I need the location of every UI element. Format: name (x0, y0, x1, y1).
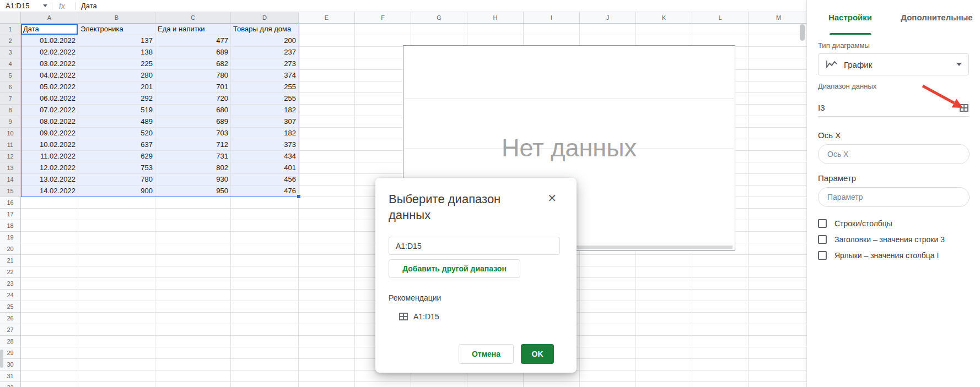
cell-K1[interactable] (636, 24, 692, 35)
cell-D5[interactable]: 374 (231, 70, 299, 81)
cell-A13[interactable]: 12.02.2022 (21, 162, 78, 174)
name-box-caret-icon[interactable] (43, 4, 47, 7)
parameter-input[interactable] (818, 187, 970, 207)
column-header-F[interactable]: F (355, 12, 411, 24)
cell-B30[interactable] (78, 359, 155, 370)
cell-J22[interactable] (580, 266, 636, 278)
cell-D24[interactable] (231, 290, 299, 301)
row-header-7[interactable]: 7 (0, 93, 21, 105)
cell-B20[interactable] (78, 243, 155, 255)
cell-E25[interactable] (299, 301, 355, 313)
cell-B9[interactable]: 489 (78, 116, 155, 128)
cell-B27[interactable] (78, 324, 155, 336)
cell-E2[interactable] (299, 35, 355, 47)
cell-B28[interactable] (78, 336, 155, 347)
recommendation-item[interactable]: A1:D15 (399, 312, 563, 321)
cell-M3[interactable] (749, 47, 806, 58)
cell-M6[interactable] (749, 81, 806, 93)
cell-A12[interactable]: 11.02.2022 (21, 151, 78, 162)
cell-E9[interactable] (299, 116, 355, 128)
cell-M2[interactable] (749, 35, 806, 47)
checkbox-icon[interactable] (818, 219, 827, 228)
cell-M15[interactable] (749, 186, 806, 197)
cell-D18[interactable] (231, 220, 299, 232)
cell-M27[interactable] (749, 324, 806, 336)
column-header-H[interactable]: H (467, 12, 524, 24)
range-input[interactable] (389, 237, 560, 255)
cell-C31[interactable] (155, 370, 231, 382)
cell-D8[interactable]: 182 (231, 105, 299, 116)
cell-L23[interactable] (692, 278, 749, 290)
cancel-button[interactable]: Отмена (459, 344, 514, 364)
cell-J1[interactable] (580, 24, 636, 35)
cell-E10[interactable] (299, 128, 355, 139)
cell-D10[interactable]: 182 (231, 128, 299, 139)
row-header-32[interactable]: 32 (0, 382, 21, 387)
cell-L26[interactable] (692, 313, 749, 324)
cell-M19[interactable] (749, 232, 806, 243)
cell-E24[interactable] (299, 290, 355, 301)
cell-M18[interactable] (749, 220, 806, 232)
cell-B19[interactable] (78, 232, 155, 243)
cell-B5[interactable]: 280 (78, 70, 155, 81)
cell-M20[interactable] (749, 243, 806, 255)
cell-E3[interactable] (299, 47, 355, 58)
cell-B18[interactable] (78, 220, 155, 232)
cell-M23[interactable] (749, 278, 806, 290)
cell-A28[interactable] (21, 336, 78, 347)
cell-M5[interactable] (749, 70, 806, 81)
left-scrollbar-fragment[interactable] (0, 350, 3, 368)
cell-A21[interactable] (21, 255, 78, 266)
cell-M4[interactable] (749, 58, 806, 70)
row-header-26[interactable]: 26 (0, 313, 21, 324)
cell-D9[interactable]: 307 (231, 116, 299, 128)
cell-A18[interactable] (21, 220, 78, 232)
cell-D15[interactable]: 476 (231, 186, 299, 197)
cell-A22[interactable] (21, 266, 78, 278)
selection-fill-handle[interactable] (297, 194, 301, 199)
cell-D26[interactable] (231, 313, 299, 324)
cell-D20[interactable] (231, 243, 299, 255)
cell-D30[interactable] (231, 359, 299, 370)
cell-C12[interactable]: 731 (155, 151, 231, 162)
vertical-scrollbar-thumb[interactable] (800, 24, 805, 41)
column-header-B[interactable]: B (78, 12, 155, 24)
cell-D28[interactable] (231, 336, 299, 347)
column-header-M[interactable]: M (749, 12, 806, 24)
cell-M24[interactable] (749, 290, 806, 301)
cell-E1[interactable] (299, 24, 355, 35)
column-header-G[interactable]: G (411, 12, 467, 24)
cell-D31[interactable] (231, 370, 299, 382)
cell-A8[interactable]: 07.02.2022 (21, 105, 78, 116)
cell-J31[interactable] (580, 370, 636, 382)
cell-M22[interactable] (749, 266, 806, 278)
cell-M30[interactable] (749, 359, 806, 370)
cell-D19[interactable] (231, 232, 299, 243)
cell-C25[interactable] (155, 301, 231, 313)
cell-D22[interactable] (231, 266, 299, 278)
column-header-E[interactable]: E (299, 12, 355, 24)
cell-M13[interactable] (749, 162, 806, 174)
row-header-18[interactable]: 18 (0, 220, 21, 232)
cell-G1[interactable] (411, 24, 467, 35)
cell-K23[interactable] (636, 278, 692, 290)
cell-C23[interactable] (155, 278, 231, 290)
cell-C27[interactable] (155, 324, 231, 336)
cell-D32[interactable] (231, 382, 299, 387)
cell-D1[interactable]: Товары для дома (231, 24, 299, 35)
checkbox-icon[interactable] (818, 235, 827, 244)
cell-H32[interactable] (467, 382, 524, 387)
cell-B29[interactable] (78, 347, 155, 359)
cell-M21[interactable] (749, 255, 806, 266)
cell-E5[interactable] (299, 70, 355, 81)
cell-L30[interactable] (692, 359, 749, 370)
cell-J26[interactable] (580, 313, 636, 324)
cell-D16[interactable] (231, 197, 299, 209)
checkbox-headers[interactable]: Заголовки – значения строки 3 (818, 235, 969, 244)
cell-A9[interactable]: 08.02.2022 (21, 116, 78, 128)
cell-C2[interactable]: 477 (155, 35, 231, 47)
cell-A25[interactable] (21, 301, 78, 313)
cell-E7[interactable] (299, 93, 355, 105)
row-header-5[interactable]: 5 (0, 70, 21, 81)
cell-A17[interactable] (21, 209, 78, 220)
